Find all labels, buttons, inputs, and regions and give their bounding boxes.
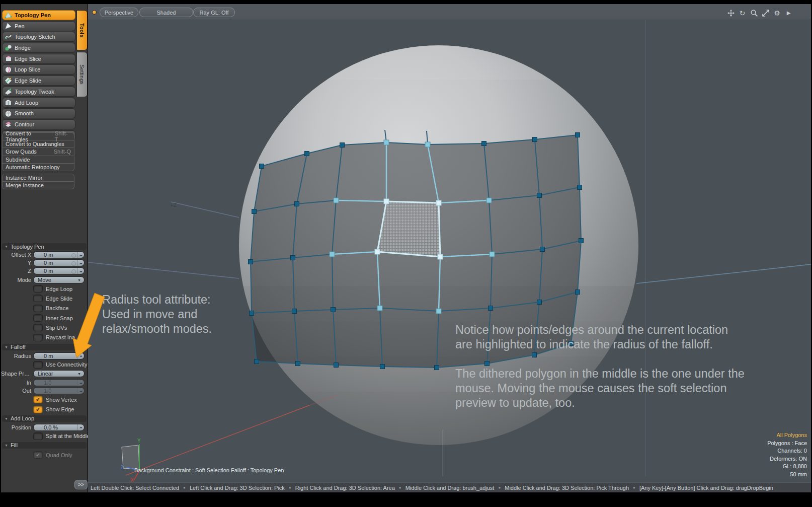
backface-checkbox[interactable] [33,305,43,312]
spinner-icon[interactable]: ◂▸ [77,424,84,430]
slip-uvs-checkbox[interactable] [33,324,43,331]
inner-snap-label: Inner Snap [46,315,73,321]
collapse-icon: ▼ [5,245,8,248]
status-segment: Left Click and Drag: 3D Selection: Pick [190,485,285,491]
workplane-z-line [171,202,239,218]
reset-ring-icon[interactable] [71,269,76,274]
cmd-automatic-retopology[interactable]: Automatic Retopology [2,164,74,171]
section-topology-pen[interactable]: ▼ Topology Pen [2,243,87,250]
smooth-icon [5,110,12,117]
gear-icon[interactable]: ⚙ [773,9,781,17]
offset-y-row: Y 0 m ◂▸ [1,259,88,267]
mode-dropdown[interactable]: Move ▼ [33,276,85,283]
cmd-merge-instance[interactable]: Merge Instance [2,182,74,189]
workplane-edge-left [88,262,239,278]
radius-annotation: Radius tool attribute: Used in move and … [102,293,212,336]
workplane-edge-right [636,264,811,283]
reset-ring-icon[interactable] [71,261,76,266]
section-fill[interactable]: ▼ Fill [2,442,87,449]
perspective-button[interactable]: Perspective [100,8,138,17]
viewport-3d[interactable]: +Z Y Z X Perspective Shaded Ray GL: Off … [88,4,811,482]
maximize-icon[interactable] [761,9,770,17]
reset-ring-icon[interactable] [71,253,76,258]
show-vertex-label: Show Vertex [46,397,77,403]
offset-x-row: Offset X 0 m ◂▸ [1,251,88,259]
shape-preset-dropdown[interactable]: Linear ▼ [33,370,85,377]
cmd-label: Grow Quads [6,149,37,155]
tool-label: Edge Slide [15,78,41,84]
spinner-icon[interactable]: ◂▸ [77,252,84,258]
gizmo-workplane-quad [122,445,139,469]
tab-tools[interactable]: Tools [76,10,88,50]
spinner-icon[interactable]: ◂▸ [77,268,84,274]
section-add-loop[interactable]: ▼ Add Loop [2,415,87,422]
spinner-icon[interactable]: ◂▸ [77,260,84,266]
orbit-icon[interactable]: ↻ [738,9,747,17]
edge-loop-checkbox[interactable] [33,285,43,293]
channels-label: Channels: 0 [767,447,807,455]
shaded-button[interactable]: Shaded [139,8,193,17]
position-field[interactable]: 0.0 % ◂▸ [33,424,85,431]
show-edge-checkbox[interactable]: ✔ [33,406,43,413]
split-middle-checkbox[interactable] [33,432,43,440]
section-label: Falloff [11,344,26,350]
tool-contour[interactable]: Contour [2,119,75,129]
bullet-icon: ● [498,485,501,490]
inner-snap-checkbox[interactable] [33,314,43,322]
pen-icon [5,22,12,30]
cmd-instance-mirror[interactable]: Instance Mirror [2,174,74,182]
pan-icon[interactable] [726,9,735,17]
tool-list: Topology Pen Pen Topology Sketch Bridge … [2,10,75,141]
topology-sketch-icon [5,33,12,41]
cmd-subdivide[interactable]: Subdivide [2,156,74,164]
slip-uvs-label: Slip UVs [46,325,67,331]
tool-label: Pen [15,23,25,29]
edge-slide-checkbox[interactable] [33,295,43,302]
bridge-icon [5,44,12,52]
cmd-convert-to-quadrangles[interactable]: Convert to Quadrangles [2,140,74,148]
offset-x-field[interactable]: 0 m ◂▸ [33,251,85,258]
show-vertex-checkbox[interactable]: ✔ [33,396,43,403]
offset-y-field[interactable]: 0 m ◂▸ [33,259,85,266]
status-segment: Left Double Click: Select Connected [91,485,179,491]
tool-loop-slice[interactable]: Loop Slice [2,64,75,75]
tool-topology-sketch[interactable]: Topology Sketch [2,32,75,42]
left-panel: Topology Pen Pen Topology Sketch Bridge … [1,4,88,492]
tool-topology-pen[interactable]: Topology Pen [2,10,75,20]
status-segment: Middle Click and Drag: brush_adjust [405,485,495,491]
more-button[interactable]: >> [74,480,88,489]
cmd-convert-to-triangles[interactable]: Convert to Triangles Shift-T [2,132,74,140]
side-tabs: Tools Settings [76,10,88,99]
in-value: 1.0 [44,380,51,386]
quad-only-row: ✔ Quad Only [1,450,88,460]
tool-bridge[interactable]: Bridge [2,43,75,53]
edge-slide-icon [5,77,12,85]
tool-pen[interactable]: Pen [2,21,75,31]
ray-gl-button[interactable]: Ray GL: Off [193,8,235,17]
section-label: Fill [11,442,18,448]
viewport-info-overlay: All Polygons Polygons : Face Channels: 0… [767,431,807,478]
tool-topology-tweak[interactable]: Topology Tweak [2,87,75,97]
viewport-state-dot[interactable] [92,10,97,15]
cmd-grow-quads[interactable]: Grow Quads Shift-Q [2,148,74,156]
tool-smooth[interactable]: Smooth [2,108,75,118]
radius-label: Radius [1,353,33,359]
use-connectivity-checkbox[interactable] [33,361,43,369]
panel-expand-icon[interactable]: ▶ [784,9,793,17]
tool-label: Contour [15,121,34,127]
raycast-checkbox[interactable] [33,334,43,341]
tool-label: Add Loop [15,100,38,106]
tool-edge-slice[interactable]: Edge Slice [2,54,75,64]
tool-label: Topology Pen [15,12,51,18]
tool-add-loop[interactable]: Add Loop [2,98,75,108]
mode-row: Mode Move ▼ [1,276,88,284]
offset-z-field[interactable]: 0 m ◂▸ [33,267,85,274]
tool-edge-slide[interactable]: Edge Slide [2,76,75,86]
scene-canvas: +Z Y Z X [88,4,811,482]
tab-settings[interactable]: Settings [76,52,88,97]
offset-y-label: Y [1,260,33,266]
tool-label: Edge Slice [15,56,41,62]
cmd-label: Subdivide [6,157,30,163]
backface-label: Backface [46,305,68,311]
zoom-icon[interactable] [750,9,758,17]
